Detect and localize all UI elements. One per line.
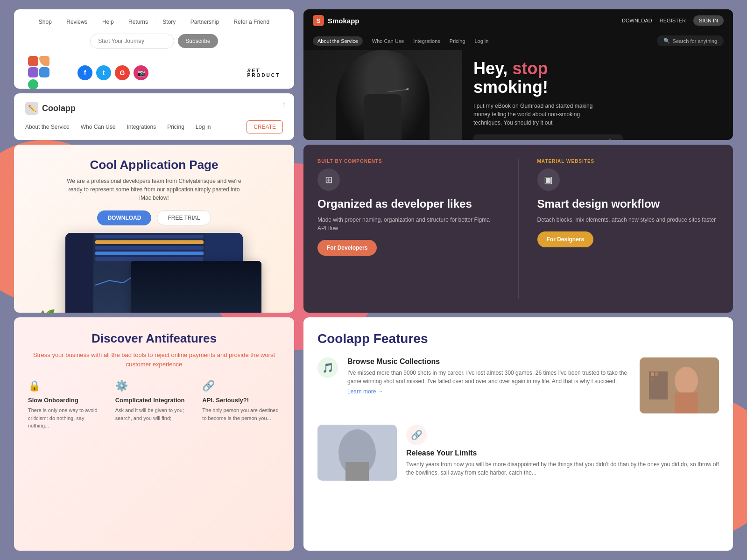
- newsletter-input[interactable]: [90, 34, 174, 49]
- social-icons: f t G 📷: [78, 65, 148, 80]
- limits-icon: 🔗: [406, 425, 427, 445]
- slow-onboarding-icon: 🔒: [28, 380, 106, 392]
- component-title-2: Smart design workflow: [537, 197, 719, 211]
- logo-sq-blue: [39, 67, 49, 77]
- cool-app-download-button[interactable]: DOWNLOAD: [97, 210, 151, 225]
- subscribe-button[interactable]: Subscribe: [178, 34, 218, 48]
- cool-app-free-trial-button[interactable]: FREE TRIAL: [157, 210, 211, 225]
- antifeature-2-desc: Ask and it will be given to you; search,…: [115, 406, 193, 422]
- component-desc-2: Detach blocks, mix elements, attach new …: [537, 216, 719, 224]
- nav-returns[interactable]: Returns: [128, 19, 148, 25]
- search-icon: 🔍: [663, 38, 670, 44]
- smokapp-nav-login[interactable]: Log in: [474, 38, 488, 44]
- feature-music-text: Browse Music Collections I've missed mor…: [347, 357, 630, 395]
- coolapp-features-card: Coolapp Features 🎵 Browse Music Collecti…: [303, 317, 733, 551]
- complicated-icon: ⚙️: [115, 380, 193, 392]
- coolapp-nav-who[interactable]: Who Can Use: [81, 124, 116, 130]
- antifeatures-card: Discover Antifeatures Stress your busine…: [14, 317, 294, 551]
- for-designers-button[interactable]: For Designers: [537, 231, 594, 247]
- coolapp-social-f[interactable]: f: [283, 102, 285, 108]
- feature-music-learn-more[interactable]: Learn more →: [347, 388, 630, 395]
- smokapp-download-link[interactable]: DOWNLOAD: [622, 18, 652, 23]
- api-icon: 🔗: [202, 380, 280, 392]
- component-developers: BUILT BY COMPONENTS ⊞ Organized as devel…: [317, 159, 500, 299]
- instagram-icon[interactable]: 📷: [134, 65, 148, 80]
- coolapp-header-card: ✏️ Coolapp f About the Service Who Can U…: [14, 93, 294, 140]
- smokapp-search-text: Search for anything: [673, 38, 717, 44]
- nav-help[interactable]: Help: [102, 19, 114, 25]
- svg-rect-6: [675, 392, 698, 413]
- antifeatures-subtitle: Stress your business with all the bad to…: [28, 350, 280, 369]
- antifeature-3-desc: The only person you are destined to beco…: [202, 406, 280, 422]
- logo-sq-purple: [28, 67, 38, 77]
- smokapp-nav: About the Service Who Can Use Integratio…: [303, 32, 733, 50]
- logo-sq-green: [28, 79, 38, 89]
- twitter-icon[interactable]: t: [96, 65, 111, 80]
- smokapp-logo-box: S: [313, 15, 324, 26]
- app-logo: [28, 56, 49, 89]
- feature-limits-desc: Twenty years from now you will be more d…: [406, 460, 719, 477]
- smokapp-nav-about[interactable]: About the Service: [313, 36, 363, 46]
- music-image-svg: [640, 357, 719, 413]
- antifeature-2: ⚙️ Complicated Integration Ask and it wi…: [115, 380, 193, 430]
- feature-limits-name: Release Your Limits: [406, 449, 719, 457]
- man-silhouette: [336, 50, 430, 140]
- nav-reviews[interactable]: Reviews: [66, 19, 87, 25]
- mockup-row-2: [95, 240, 204, 244]
- smokapp-nav-integrations[interactable]: Integrations: [413, 38, 440, 44]
- pencil-icon[interactable]: ✏️: [608, 139, 616, 140]
- svg-line-3: [406, 89, 409, 90]
- smokapp-nav-pricing[interactable]: Pricing: [450, 38, 465, 44]
- smokapp-signin-button[interactable]: SIGN IN: [693, 15, 724, 26]
- nav-refer[interactable]: Refer a Friend: [233, 19, 269, 25]
- coolapp-logo-icon: ✏️: [25, 102, 38, 115]
- smokapp-email-row[interactable]: Fill with anything ✏️: [473, 134, 623, 140]
- coolapp-nav-pricing[interactable]: Pricing: [167, 124, 184, 130]
- smokapp-register-link[interactable]: REGISTER: [660, 18, 686, 23]
- coolapp-nav-integrations[interactable]: Integrations: [127, 124, 156, 130]
- cool-app-buttons: DOWNLOAD FREE TRIAL: [97, 210, 211, 225]
- nav-partnership[interactable]: Partnership: [190, 19, 219, 25]
- coolapp-nav: About the Service Who Can Use Integratio…: [25, 120, 283, 133]
- coolapp-nav-about[interactable]: About the Service: [25, 124, 70, 130]
- antifeature-1-desc: There is only one way to avoid criticism…: [28, 406, 106, 430]
- layers-icon: ⊞: [317, 168, 340, 191]
- for-developers-button[interactable]: For Developers: [317, 240, 377, 256]
- newsletter-card: Shop · Reviews · Help · Returns · Story …: [14, 9, 294, 89]
- coolapp-create-button[interactable]: CREATE: [247, 120, 283, 133]
- component-tag-2: MATERIAL WEBSITES: [537, 159, 719, 164]
- svg-rect-10: [651, 377, 654, 381]
- antifeatures-grid: 🔒 Slow Onboarding There is only one way …: [28, 380, 280, 430]
- antifeature-2-title: Complicated Integration: [115, 397, 193, 404]
- mockup-row-1: [95, 235, 204, 238]
- smokapp-nav-who[interactable]: Who Can Use: [372, 38, 404, 44]
- smokapp-search[interactable]: 🔍 Search for anything: [657, 35, 724, 46]
- coolapp-logo-row: ✏️ Coolapp f: [25, 102, 283, 115]
- logo-area: f t G 📷 SET PRODUCT: [28, 56, 280, 89]
- google-icon[interactable]: G: [115, 65, 130, 80]
- antifeature-1-title: Slow Onboarding: [28, 397, 106, 404]
- music-icon: 🎵: [317, 357, 338, 378]
- feature-limits-image: [317, 425, 397, 481]
- component-tag-1: BUILT BY COMPONENTS: [317, 159, 500, 164]
- antifeature-1: 🔒 Slow Onboarding There is only one way …: [28, 380, 106, 430]
- smokapp-card: S Smokapp DOWNLOAD REGISTER SIGN IN Abou…: [303, 9, 733, 140]
- mockup-row-3: [95, 246, 204, 250]
- facebook-icon[interactable]: f: [78, 65, 92, 80]
- svg-rect-9: [655, 372, 658, 376]
- coolapp-nav-login[interactable]: Log in: [196, 124, 211, 130]
- nav-story[interactable]: Story: [162, 19, 176, 25]
- nav-shop[interactable]: Shop: [39, 19, 52, 25]
- logo-sq-orange: [39, 56, 49, 66]
- smokapp-headline: Hey, stop smoking!: [473, 59, 722, 96]
- components-divider: [518, 159, 519, 299]
- smokapp-hero-image: [303, 50, 462, 140]
- smokapp-logo: S Smokapp: [313, 15, 359, 26]
- svg-rect-1: [364, 94, 402, 140]
- laptop-screen: [131, 261, 261, 313]
- feature-music-image: [640, 357, 719, 413]
- newsletter-nav: Shop · Reviews · Help · Returns · Story …: [28, 19, 280, 25]
- laptop-mockup: [131, 261, 261, 313]
- antifeature-3: 🔗 API. Seriously?! The only person you a…: [202, 380, 280, 430]
- cool-app-title: Cool Application Page: [90, 158, 218, 172]
